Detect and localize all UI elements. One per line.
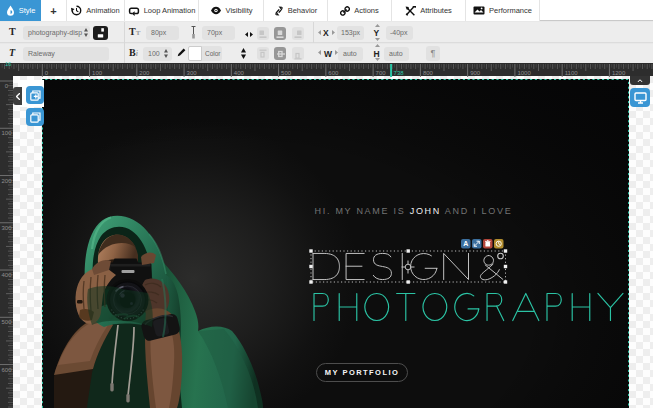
svg-text:738: 738 — [394, 70, 405, 76]
svg-text:500: 500 — [281, 70, 292, 76]
svg-text:200: 200 — [1, 178, 12, 184]
svg-text:100: 100 — [1, 130, 12, 136]
svg-text:1000: 1000 — [517, 70, 531, 76]
svg-text:400: 400 — [1, 272, 12, 278]
svg-text:300: 300 — [187, 70, 198, 76]
svg-text:500: 500 — [1, 319, 12, 325]
svg-text:600: 600 — [328, 70, 339, 76]
svg-text:100: 100 — [92, 70, 103, 76]
svg-text:1200: 1200 — [612, 70, 626, 76]
svg-text:300: 300 — [1, 225, 12, 231]
svg-text:700: 700 — [376, 70, 387, 76]
svg-text:1100: 1100 — [565, 70, 579, 76]
svg-text:A: A — [463, 240, 468, 247]
svg-text:200: 200 — [139, 70, 150, 76]
svg-text:800: 800 — [423, 70, 434, 76]
svg-text:400: 400 — [234, 70, 245, 76]
svg-text:0: 0 — [45, 70, 49, 76]
svg-text:900: 900 — [470, 70, 481, 76]
svg-text:600: 600 — [1, 367, 12, 373]
